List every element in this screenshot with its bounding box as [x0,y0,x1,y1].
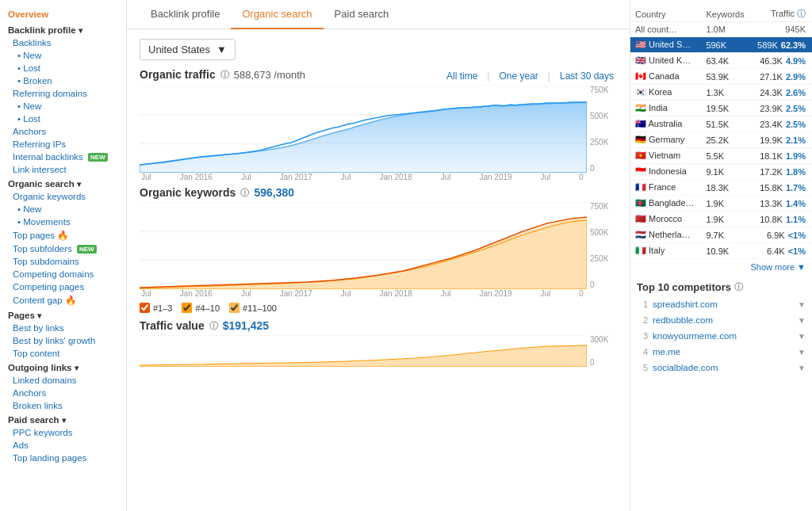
chevron-down-icon[interactable]: ▼ [798,300,806,309]
chevron-down-icon: ▼ [216,44,227,55]
competitor-link[interactable]: knowyourmeme.com [653,331,793,341]
keywords-legend: #1–3 #4–10 #11–100 [140,303,617,313]
legend-checkbox-11-100[interactable] [229,303,239,313]
traffic-pct: 2.5% [786,120,806,129]
sidebar-backlinks[interactable]: Backlinks [0,36,126,49]
sidebar-movements[interactable]: Movements [0,215,126,228]
sidebar-lost-backlinks[interactable]: Lost [0,62,126,74]
legend-1-3[interactable]: #1–3 [140,303,172,313]
sidebar-top-subdomains[interactable]: Top subdomains [0,255,126,268]
sidebar-top-landing-pages[interactable]: Top landing pages [0,452,126,464]
sidebar-broken-links[interactable]: Broken links [0,399,126,412]
sidebar-overview[interactable]: Overview [0,6,126,22]
traffic-info-icon[interactable]: ⓘ [797,9,806,18]
legend-checkbox-4-10[interactable] [182,303,192,313]
chevron-down-icon[interactable]: ▼ [798,348,806,357]
competitor-link[interactable]: spreadshirt.com [653,299,793,309]
sidebar-competing-domains[interactable]: Competing domains [0,268,126,280]
sidebar-outgoing-anchors[interactable]: Anchors [0,387,126,399]
country-name-cell: 🇦🇺 Australia [630,116,701,132]
traffic-number: 24.3K [760,88,783,97]
sidebar-top-subfolders[interactable]: Top subfolders NEW [0,242,126,255]
sidebar-linked-domains[interactable]: Linked domains [0,374,126,387]
traffic-number: 6.4K [767,246,785,256]
sidebar-organic-keywords[interactable]: Organic keywords [0,190,126,203]
sidebar-outgoing-links[interactable]: Outgoing links ▾ [0,360,126,374]
chevron-down-icon[interactable]: ▼ [798,332,806,341]
country-name: Germany [649,135,684,144]
traffic-pct: 1.9% [786,151,806,161]
sidebar-internal-backlinks[interactable]: Internal backlinks NEW [0,151,126,163]
sidebar-anchors[interactable]: Anchors [0,125,126,138]
sidebar-best-by-links[interactable]: Best by links [0,322,126,334]
sidebar-best-by-links-growth[interactable]: Best by links' growth [0,334,126,347]
country-keywords-cell: 63.4K [701,53,750,69]
competitor-link[interactable]: redbubble.com [653,315,793,325]
tab-organic-search[interactable]: Organic search [231,0,323,29]
chevron-down-icon[interactable]: ▼ [798,364,806,372]
sidebar-top-content[interactable]: Top content [0,347,126,360]
last-30-days-btn[interactable]: Last 30 days [557,69,617,83]
competitors-info-icon[interactable]: ⓘ [734,281,743,293]
sidebar-ppc-keywords[interactable]: PPC keywords [0,426,126,439]
traffic-number: 18.1K [760,151,783,161]
country-traffic-cell: 17.2K 1.8% [751,164,812,180]
right-panel: Country Keywords Traffic ⓘ All count… 1.… [630,0,812,511]
country-name: Netherla… [649,230,691,239]
country-traffic-cell: 18.1K 1.9% [751,148,812,164]
country-name: United K… [649,55,691,65]
legend-checkbox-1-3[interactable] [140,303,150,313]
organic-traffic-info-icon[interactable]: ⓘ [220,69,229,81]
country-name: Vietnam [649,151,680,160]
competitors-title: Top 10 competitors ⓘ [630,275,812,296]
keywords-chart-y-axis: 750K 500K 250K 0 [587,202,617,289]
competitor-link[interactable]: socialblade.com [653,363,793,372]
competitor-link[interactable]: me.me [653,347,793,357]
sidebar-competing-pages[interactable]: Competing pages [0,280,126,293]
chevron-down-icon[interactable]: ▼ [798,316,806,325]
competitor-number: 3 [637,331,648,341]
competitor-number: 5 [637,363,648,372]
country-name-cell: All count… [630,22,701,37]
country-flag: 🇬🇧 [635,55,646,65]
sidebar-ads[interactable]: Ads [0,439,126,452]
sidebar-paid-search[interactable]: Paid search ▾ [0,412,126,426]
sidebar-content-gap[interactable]: Content gap 🔥 [0,293,126,307]
traffic-number: 27.1K [760,72,783,82]
traffic-number: 6.9K [767,231,785,240]
tab-backlink-profile[interactable]: Backlink profile [140,0,231,29]
traffic-pct: 4.9% [786,56,806,66]
sidebar-referring-domains[interactable]: Referring domains [0,87,126,100]
one-year-btn[interactable]: One year [496,69,541,83]
legend-11-100[interactable]: #11–100 [229,303,277,313]
sidebar-link-intersect[interactable]: Link intersect [0,163,126,176]
sidebar-organic-search[interactable]: Organic search ▾ [0,176,126,190]
country-name: United S… [649,40,691,49]
sidebar-pages[interactable]: Pages ▾ [0,307,126,322]
sidebar-referring-ips[interactable]: Referring IPs [0,138,126,151]
content-area: United States ▼ Organic traffic ⓘ 588,67… [127,29,630,511]
sidebar-top-pages[interactable]: Top pages 🔥 [0,228,126,242]
country-flag: 🇩🇪 [635,135,646,144]
country-traffic-cell: 15.8K 1.7% [751,180,812,196]
show-more-countries[interactable]: Show more ▼ [630,259,812,275]
sidebar-lost-referring[interactable]: Lost [0,112,126,125]
country-dropdown[interactable]: United States ▼ [140,39,236,60]
sidebar: Overview Backlink profile ▾ Backlinks Ne… [0,0,127,511]
country-flag: 🇮🇹 [635,246,646,255]
sidebar-backlink-profile[interactable]: Backlink profile ▾ [0,22,126,36]
tab-paid-search[interactable]: Paid search [324,0,400,29]
traffic-value-info-icon[interactable]: ⓘ [209,320,218,332]
country-traffic-cell: 23.9K 2.5% [751,101,812,116]
sidebar-new-referring[interactable]: New [0,100,126,112]
country-flag: 🇻🇳 [635,151,646,160]
sidebar-new-organic[interactable]: New [0,203,126,215]
sidebar-broken-backlinks[interactable]: Broken [0,74,126,87]
legend-4-10[interactable]: #4–10 [182,303,220,313]
competitor-item: 1 spreadshirt.com ▼ [630,296,812,312]
country-keywords-cell: 5.5K [701,148,750,164]
sidebar-new-backlinks[interactable]: New [0,49,126,62]
all-time-btn[interactable]: All time [443,69,481,83]
organic-keywords-info-icon[interactable]: ⓘ [240,187,249,199]
country-name: Banglade… [649,198,695,208]
